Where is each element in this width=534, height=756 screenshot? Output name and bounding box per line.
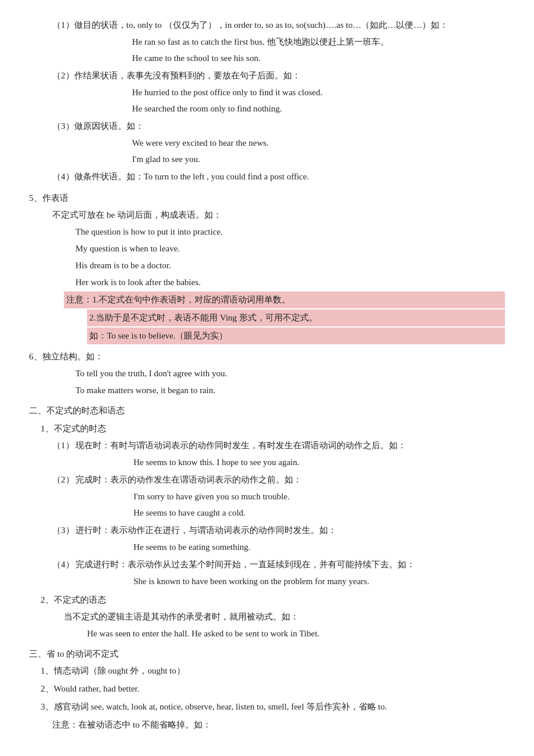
note-3-text: 如：To see is to believe.（眼见为实）	[89, 331, 228, 340]
item-2: （2） 作结果状语，表事先没有预料到的，要放在句子后面。如： He hurrie…	[29, 68, 505, 117]
section-6-ex-2: To make matters worse, it began to rain.	[29, 383, 505, 398]
part-3-item-2-text: Would rather, had better.	[54, 681, 506, 697]
part-2-item-1-content: 现在时：有时与谓语动词表示的动作同时发生，有时发生在谓语动词的动作之后。如： H…	[75, 438, 505, 471]
part-3-item-2: 2、 Would rather, had better.	[29, 681, 505, 698]
part-2-sub-2-ex: He was seen to enter the hall. He asked …	[41, 626, 505, 642]
section-5-ex-1: The question is how to put it into pract…	[29, 224, 505, 240]
part-2-item-2-ex-1: I'm sorry to have given you so much trou…	[75, 489, 505, 505]
item-4-title: 做条件状语。如：To turn to the left , you could …	[74, 169, 506, 185]
note-2-text: 2.当助于是不定式时，表语不能用 Ving 形式，可用不定式。	[89, 313, 317, 322]
part-3-note: 注意：在被动语态中 to 不能省略掉。如：	[29, 717, 505, 733]
part-2-item-1-ex: He seems to know this. I hope to see you…	[75, 455, 505, 470]
part-3-item-3: 3、 感官动词 see, watch, look at, notice, obs…	[29, 699, 505, 716]
part-2-item-3-content: 进行时：表示动作正在进行，与谓语动词表示的动作同时发生。如： He seems …	[75, 523, 505, 556]
part-2-item-1-num: （1）	[41, 438, 75, 471]
item-3-title: 做原因状语。如：	[74, 118, 506, 134]
item-3-example-2: I'm glad to see you.	[74, 152, 506, 167]
section-5-desc: 不定式可放在 be 动词后面，构成表语。如：	[29, 207, 505, 223]
part-2-item-1: （1） 现在时：有时与谓语动词表示的动作同时发生，有时发生在谓语动词的动作之后。…	[41, 438, 505, 471]
section-5-title: 5、作表语	[29, 190, 505, 206]
item-4-num: （4）	[29, 169, 74, 186]
note-2: 2.当助于是不定式时，表语不能用 Ving 形式，可用不定式。	[87, 309, 505, 326]
note-1-text: 1.不定式在句中作表语时，对应的谓语动词用单数。	[92, 295, 290, 304]
item-2-title: 作结果状语，表事先没有预料到的，要放在句子后面。如：	[74, 68, 506, 84]
item-2-example-1: He hurried to the post office only to fi…	[74, 85, 506, 100]
item-1-content: 做目的状语，to, only to （仅仅为了），in order to, so…	[74, 17, 506, 67]
part-2-sub-1: 1、不定式的时态 （1） 现在时：有时与谓语动词表示的动作同时发生，有时发生在谓…	[41, 421, 505, 590]
part-2-sub-2: 2、不定式的语态 当不定式的逻辑主语是其动作的承受者时，就用被动式。如： He …	[41, 592, 505, 642]
section-6-title: 6、独立结构。如：	[29, 349, 505, 365]
part-2-item-4-num: （4）	[41, 557, 75, 590]
item-2-num: （2）	[29, 68, 74, 117]
item-2-example-2: He searched the room only to find nothin…	[74, 101, 506, 117]
item-3-example-1: We were very excited to hear the news.	[74, 135, 506, 151]
part-2-item-4-title: 完成进行时：表示动作从过去某个时间开始，一直延续到现在，并有可能持续下去。如：	[75, 557, 505, 573]
part-3-item-1-num: 1、	[29, 663, 54, 680]
item-3: （3） 做原因状语。如： We were very excited to hea…	[29, 118, 505, 168]
part-3-item-1-content: 情态动词（除 ought 外，ought to）	[54, 663, 506, 680]
section-5-notes: 注意：1.不定式在句中作表语时，对应的谓语动词用单数。 2.当助于是不定式时，表…	[64, 291, 505, 344]
part-3-title: 三、省 to 的动词不定式	[29, 646, 505, 662]
part-2-title: 二、不定式的时态和语态	[29, 403, 505, 419]
part-2-item-2-content: 完成时：表示的动作发生在谓语动词表示的动作之前。如： I'm sorry to …	[75, 472, 505, 521]
note-3: 如：To see is to believe.（眼见为实）	[87, 327, 505, 344]
section-5-ex-2: My question is when to leave.	[29, 241, 505, 257]
part-3: 三、省 to 的动词不定式 1、 情态动词（除 ought 外，ought to…	[29, 646, 505, 733]
note-1: 注意：1.不定式在句中作表语时，对应的谓语动词用单数。	[64, 291, 505, 308]
item-1-example-1: He ran so fast as to catch the first bus…	[74, 34, 506, 50]
item-3-num: （3）	[29, 118, 74, 168]
part-2-item-4-ex: She is known to have been working on the…	[75, 574, 505, 589]
item-1-num: （1）	[29, 17, 74, 67]
part-2-item-3-title: 进行时：表示动作正在进行，与谓语动词表示的动作同时发生。如：	[75, 523, 505, 538]
item-1-title: 做目的状语，to, only to （仅仅为了），in order to, so…	[74, 17, 506, 33]
part-2-sub-1-title: 1、不定式的时态	[41, 421, 505, 437]
item-1-example-2: He came to the school to see his son.	[74, 51, 506, 66]
section-6-ex-1: To tell you the truth, I don't agree wit…	[29, 366, 505, 381]
part-3-item-2-num: 2、	[29, 681, 54, 698]
part-2-sub-2-title: 2、不定式的语态	[41, 592, 505, 608]
part-2-item-4-content: 完成进行时：表示动作从过去某个时间开始，一直延续到现在，并有可能持续下去。如： …	[75, 557, 505, 590]
part-2-item-3-ex: He seems to be eating something.	[75, 539, 505, 555]
part-2: 二、不定式的时态和语态 1、不定式的时态 （1） 现在时：有时与谓语动词表示的动…	[29, 403, 505, 642]
part-3-item-2-content: Would rather, had better.	[54, 681, 506, 698]
note-1-label: 注意：	[66, 295, 92, 304]
part-3-item-1-text: 情态动词（除 ought 外，ought to）	[54, 663, 506, 679]
item-2-content: 作结果状语，表事先没有预料到的，要放在句子后面。如： He hurried to…	[74, 68, 506, 117]
part-2-item-1-title: 现在时：有时与谓语动词表示的动作同时发生，有时发生在谓语动词的动作之后。如：	[75, 438, 505, 453]
item-3-content: 做原因状语。如： We were very excited to hear th…	[74, 118, 506, 168]
part-3-item-1: 1、 情态动词（除 ought 外，ought to）	[29, 663, 505, 680]
part-2-item-2: （2） 完成时：表示的动作发生在谓语动词表示的动作之前。如： I'm sorry…	[41, 472, 505, 521]
part-3-item-3-num: 3、	[29, 699, 54, 716]
part-3-item-3-text: 感官动词 see, watch, look at, notice, observ…	[54, 699, 506, 715]
part-2-item-2-num: （2）	[41, 472, 75, 521]
part-3-item-3-content: 感官动词 see, watch, look at, notice, observ…	[54, 699, 506, 716]
item-4-content: 做条件状语。如：To turn to the left , you could …	[74, 169, 506, 186]
section-5: 5、作表语 不定式可放在 be 动词后面，构成表语。如： The questio…	[29, 190, 505, 344]
part-2-item-2-title: 完成时：表示的动作发生在谓语动词表示的动作之前。如：	[75, 472, 505, 488]
item-1: （1） 做目的状语，to, only to （仅仅为了），in order to…	[29, 17, 505, 67]
section-6: 6、独立结构。如： To tell you the truth, I don't…	[29, 349, 505, 398]
item-4: （4） 做条件状语。如：To turn to the left , you co…	[29, 169, 505, 186]
part-2-item-3-num: （3）	[41, 523, 75, 556]
part-2-sub-2-desc: 当不定式的逻辑主语是其动作的承受者时，就用被动式。如：	[41, 609, 505, 625]
section-5-ex-4: Her work is to look after the babies.	[29, 275, 505, 290]
main-content: （1） 做目的状语，to, only to （仅仅为了），in order to…	[29, 17, 505, 733]
section-5-ex-3: His dream is to be a doctor.	[29, 258, 505, 273]
part-2-item-4: （4） 完成进行时：表示动作从过去某个时间开始，一直延续到现在，并有可能持续下去…	[41, 557, 505, 590]
part-2-item-3: （3） 进行时：表示动作正在进行，与谓语动词表示的动作同时发生。如： He se…	[41, 523, 505, 556]
part-2-item-2-ex-2: He seems to have caught a cold.	[75, 505, 505, 521]
